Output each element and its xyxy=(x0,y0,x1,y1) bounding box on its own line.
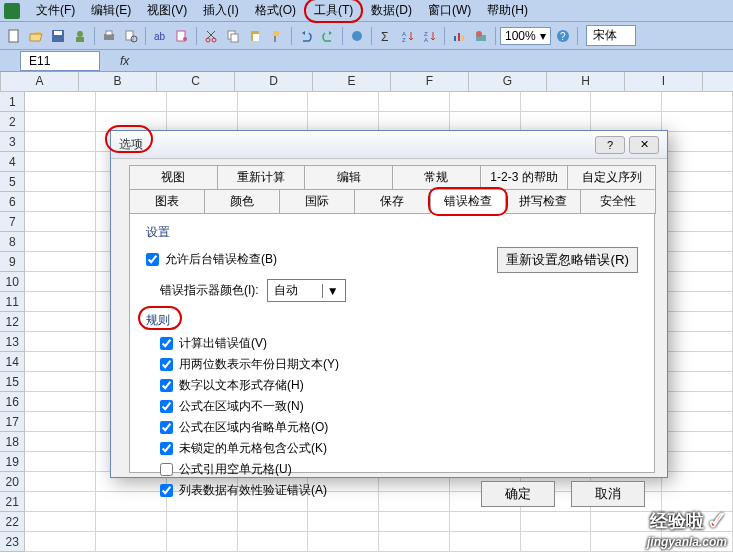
cell[interactable] xyxy=(662,412,733,432)
paste-icon[interactable] xyxy=(245,26,265,46)
cell[interactable] xyxy=(25,392,96,412)
row-header[interactable]: 1 xyxy=(0,92,25,112)
cut-icon[interactable] xyxy=(201,26,221,46)
cell[interactable] xyxy=(662,452,733,472)
cell[interactable] xyxy=(25,312,96,332)
cell[interactable] xyxy=(25,292,96,312)
cell[interactable] xyxy=(591,112,662,132)
menu-edit[interactable]: 编辑(E) xyxy=(83,0,139,21)
research-icon[interactable] xyxy=(172,26,192,46)
row-header[interactable]: 2 xyxy=(0,112,25,132)
cell[interactable] xyxy=(25,112,96,132)
drawing-icon[interactable] xyxy=(471,26,491,46)
cell[interactable] xyxy=(662,432,733,452)
rule-checkbox[interactable] xyxy=(160,484,173,497)
autosum-icon[interactable]: Σ xyxy=(376,26,396,46)
fx-label[interactable]: fx xyxy=(120,54,129,68)
cell[interactable] xyxy=(25,352,96,372)
open-icon[interactable] xyxy=(26,26,46,46)
row-header[interactable]: 18 xyxy=(0,432,25,452)
font-combo[interactable]: 宋体 xyxy=(586,25,636,46)
cell[interactable] xyxy=(25,172,96,192)
hyperlink-icon[interactable] xyxy=(347,26,367,46)
cell[interactable] xyxy=(450,112,521,132)
cell[interactable] xyxy=(662,152,733,172)
spelling-icon[interactable]: ab xyxy=(150,26,170,46)
ok-button[interactable]: 确定 xyxy=(481,481,555,507)
options-tab[interactable]: 安全性 xyxy=(580,189,656,214)
cell[interactable] xyxy=(238,92,309,112)
options-tab[interactable]: 重新计算 xyxy=(217,165,306,190)
cell[interactable] xyxy=(25,92,96,112)
cell[interactable] xyxy=(379,532,450,552)
menu-data[interactable]: 数据(D) xyxy=(363,0,420,21)
sort-desc-icon[interactable]: ZA xyxy=(420,26,440,46)
redo-icon[interactable] xyxy=(318,26,338,46)
row-header[interactable]: 7 xyxy=(0,212,25,232)
row-header[interactable]: 16 xyxy=(0,392,25,412)
print-preview-icon[interactable] xyxy=(121,26,141,46)
rule-checkbox[interactable] xyxy=(160,421,173,434)
cell[interactable] xyxy=(25,272,96,292)
column-header[interactable]: F xyxy=(391,72,469,91)
rule-checkbox[interactable] xyxy=(160,463,173,476)
options-tab[interactable]: 颜色 xyxy=(204,189,280,214)
reset-ignored-errors-button[interactable]: 重新设置忽略错误(R) xyxy=(497,247,638,273)
cell[interactable] xyxy=(662,252,733,272)
cell[interactable] xyxy=(167,92,238,112)
cell[interactable] xyxy=(662,292,733,312)
options-tab[interactable]: 错误检查 xyxy=(430,189,506,214)
cell[interactable] xyxy=(521,92,592,112)
dialog-help-button[interactable]: ? xyxy=(595,136,625,154)
row-header[interactable]: 5 xyxy=(0,172,25,192)
rule-checkbox[interactable] xyxy=(160,379,173,392)
name-box[interactable]: E11 xyxy=(20,51,100,71)
indicator-color-select[interactable]: 自动 ▼ xyxy=(267,279,346,302)
cell[interactable] xyxy=(591,92,662,112)
cell[interactable] xyxy=(662,132,733,152)
column-header[interactable]: D xyxy=(235,72,313,91)
options-tab[interactable]: 自定义序列 xyxy=(567,165,656,190)
options-tab[interactable]: 编辑 xyxy=(304,165,393,190)
options-tab[interactable]: 拼写检查 xyxy=(505,189,581,214)
copy-icon[interactable] xyxy=(223,26,243,46)
column-header[interactable]: H xyxy=(547,72,625,91)
cell[interactable] xyxy=(25,252,96,272)
options-tab[interactable]: 保存 xyxy=(354,189,430,214)
cell[interactable] xyxy=(25,152,96,172)
cell[interactable] xyxy=(25,232,96,252)
undo-icon[interactable] xyxy=(296,26,316,46)
row-header[interactable]: 8 xyxy=(0,232,25,252)
cell[interactable] xyxy=(662,332,733,352)
zoom-combo[interactable]: 100% ▾ xyxy=(500,27,551,45)
cell[interactable] xyxy=(662,112,733,132)
cell[interactable] xyxy=(379,112,450,132)
cell[interactable] xyxy=(521,112,592,132)
options-tab[interactable]: 图表 xyxy=(129,189,205,214)
cell[interactable] xyxy=(662,92,733,112)
new-icon[interactable] xyxy=(4,26,24,46)
cell[interactable] xyxy=(662,372,733,392)
cell[interactable] xyxy=(25,452,96,472)
cell[interactable] xyxy=(96,92,167,112)
cell[interactable] xyxy=(25,492,96,512)
menu-file[interactable]: 文件(F) xyxy=(28,0,83,21)
cell[interactable] xyxy=(521,532,592,552)
dialog-titlebar[interactable]: 选项 ? ✕ xyxy=(111,131,667,159)
chart-icon[interactable] xyxy=(449,26,469,46)
menu-view[interactable]: 视图(V) xyxy=(139,0,195,21)
rule-checkbox[interactable] xyxy=(160,358,173,371)
rule-checkbox[interactable] xyxy=(160,400,173,413)
row-header[interactable]: 12 xyxy=(0,312,25,332)
cell[interactable] xyxy=(25,332,96,352)
row-header[interactable]: 21 xyxy=(0,492,25,512)
dialog-close-button[interactable]: ✕ xyxy=(629,136,659,154)
cell[interactable] xyxy=(662,212,733,232)
column-header[interactable]: B xyxy=(79,72,157,91)
row-header[interactable]: 6 xyxy=(0,192,25,212)
cell[interactable] xyxy=(379,92,450,112)
cell[interactable] xyxy=(25,212,96,232)
print-icon[interactable] xyxy=(99,26,119,46)
cell[interactable] xyxy=(662,232,733,252)
cell[interactable] xyxy=(308,112,379,132)
